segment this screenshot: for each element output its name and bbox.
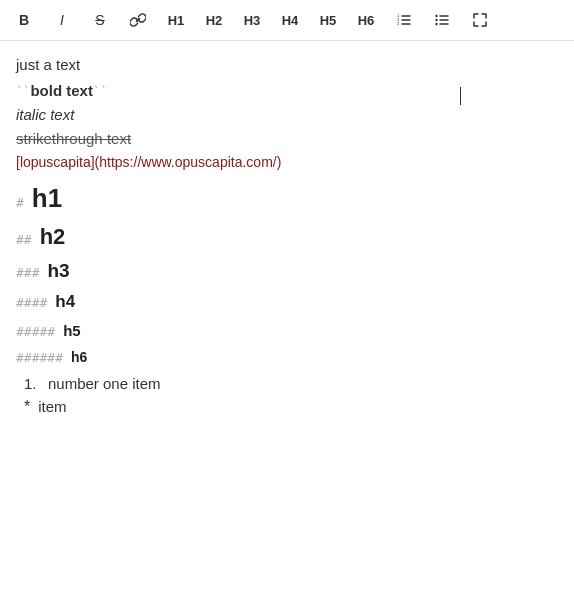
h5-hash: ##### [16, 324, 55, 339]
plain-text-line: just a text [16, 53, 558, 77]
h2-block: ## h2 [16, 224, 558, 250]
bold-text-line: ``bold text`` [16, 79, 558, 103]
h2-hash: ## [16, 232, 32, 247]
italic-button[interactable]: I [44, 4, 80, 36]
h2-text: h2 [40, 224, 66, 250]
svg-point-10 [435, 19, 437, 21]
h4-button[interactable]: H4 [272, 4, 308, 36]
h6-block: ###### h6 [16, 349, 558, 365]
h4-hash: #### [16, 295, 47, 310]
list-area: 1. number one item * item [16, 375, 558, 416]
h5-text: h5 [63, 322, 81, 339]
link-button[interactable] [120, 4, 156, 36]
toolbar: B I S H1 H2 H3 H4 H5 H6 1 2 3 [0, 0, 574, 41]
strikethrough-text: strikethrough text [16, 130, 131, 147]
bullet-item-text: item [38, 398, 66, 415]
bold-button[interactable]: B [6, 4, 42, 36]
numbered-item-text: number one item [48, 375, 161, 392]
strikethrough-line: strikethrough text [16, 127, 558, 151]
h1-text: h1 [32, 183, 62, 214]
strikethrough-button[interactable]: S [82, 4, 118, 36]
h3-button[interactable]: H3 [234, 4, 270, 36]
svg-point-11 [435, 23, 437, 25]
link-text: [lopuscapita](https://www.opuscapita.com… [16, 154, 281, 170]
h4-block: #### h4 [16, 292, 558, 312]
h6-button[interactable]: H6 [348, 4, 384, 36]
list-number: 1. [24, 375, 42, 392]
bullet-mark: * [24, 398, 30, 416]
expand-button[interactable] [462, 4, 498, 36]
h6-text: h6 [71, 349, 87, 365]
h5-button[interactable]: H5 [310, 4, 346, 36]
text-cursor [460, 87, 461, 105]
h1-block: # h1 [16, 183, 558, 214]
h3-block: ### h3 [16, 260, 558, 282]
bold-text: bold text [30, 82, 93, 99]
svg-point-9 [435, 15, 437, 17]
h2-button[interactable]: H2 [196, 4, 232, 36]
h4-text: h4 [55, 292, 75, 312]
h3-text: h3 [47, 260, 69, 282]
bold-open-tick: `` [16, 85, 30, 99]
svg-text:3: 3 [397, 21, 400, 26]
h1-hash: # [16, 195, 24, 210]
italic-text: italic text [16, 106, 74, 123]
numbered-list-item: 1. number one item [24, 375, 558, 392]
h5-block: ##### h5 [16, 322, 558, 339]
plain-text: just a text [16, 56, 80, 73]
bold-close-tick: `` [93, 85, 107, 99]
bullet-list-item: * item [24, 398, 558, 416]
ordered-list-button[interactable]: 1 2 3 [386, 4, 422, 36]
h3-hash: ### [16, 265, 39, 280]
italic-text-line: italic text [16, 103, 558, 127]
editor-area[interactable]: just a text ``bold text`` italic text st… [0, 41, 574, 428]
link-line[interactable]: [lopuscapita](https://www.opuscapita.com… [16, 151, 558, 173]
h1-button[interactable]: H1 [158, 4, 194, 36]
h6-hash: ###### [16, 350, 63, 365]
unordered-list-button[interactable] [424, 4, 460, 36]
